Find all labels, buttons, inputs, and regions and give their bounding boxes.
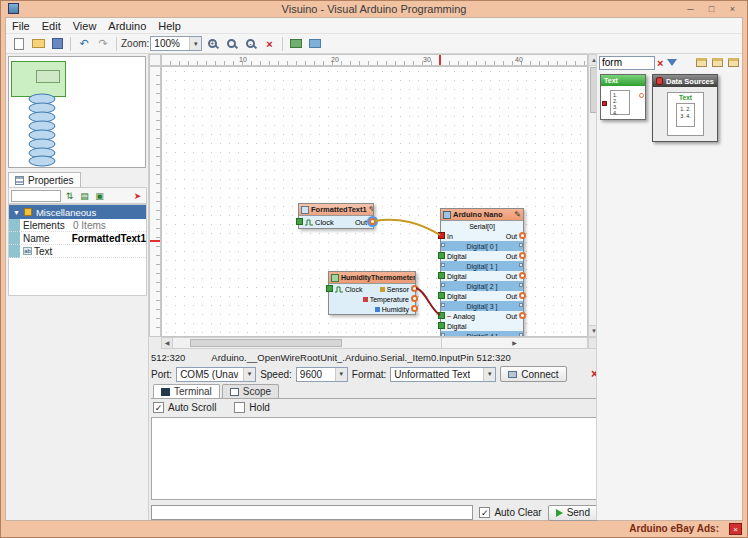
dropdown-arrow-icon[interactable]: ▾ xyxy=(335,368,347,381)
format-select[interactable]: Unformatted Text ▾ xyxy=(390,367,496,382)
dropdown-arrow-icon[interactable]: ▾ xyxy=(189,37,201,50)
connect-button[interactable]: Connect xyxy=(500,366,566,382)
clear-search-icon[interactable]: × xyxy=(657,57,663,69)
digital-in-pin[interactable] xyxy=(438,292,445,299)
save-project-button[interactable] xyxy=(48,35,66,52)
auto-scroll-option[interactable]: ✓ Auto Scroll xyxy=(153,402,216,413)
terminal-output[interactable] xyxy=(151,417,598,500)
digital-out-pin[interactable] xyxy=(519,252,526,259)
open-project-button[interactable] xyxy=(29,35,47,52)
arduino-channel-row[interactable]: Digital[ 1 ] xyxy=(441,261,523,271)
sensor-out-pin[interactable] xyxy=(411,285,418,292)
tab-terminal[interactable]: Terminal xyxy=(153,384,220,398)
design-canvas[interactable]: FormattedText1 ✎ Clock Out xyxy=(161,66,588,337)
design-navigator[interactable] xyxy=(8,56,146,168)
digital-out-pin[interactable] xyxy=(519,292,526,299)
clock-input-pin[interactable] xyxy=(296,218,303,225)
component-search-input[interactable] xyxy=(599,56,655,70)
view-category-button[interactable] xyxy=(694,56,708,69)
temperature-out-pin[interactable] xyxy=(411,295,418,302)
zoom-reset-button[interactable] xyxy=(222,35,240,52)
scroll-left-button[interactable]: ◀ xyxy=(162,338,173,348)
new-project-button[interactable] xyxy=(10,35,28,52)
menu-view[interactable]: View xyxy=(67,20,103,32)
dropdown-arrow-icon[interactable]: ▾ xyxy=(483,368,495,381)
auto-clear-checkbox[interactable]: ✓ xyxy=(479,507,490,518)
serial-out-pin[interactable] xyxy=(519,232,526,239)
delete-button[interactable]: × xyxy=(260,35,278,52)
arduino-channel-row[interactable]: Digital[ 3 ] xyxy=(441,301,523,311)
property-row-text[interactable]: ab Text xyxy=(9,245,146,258)
category-header[interactable]: Data Sources xyxy=(653,75,717,87)
arduino-channel-row[interactable]: Digital[ 2 ] xyxy=(441,281,523,291)
scroll-right-button[interactable]: ▶ xyxy=(441,338,587,348)
close-button[interactable]: × xyxy=(723,2,742,15)
send-button[interactable]: Send xyxy=(548,505,598,521)
maximize-button[interactable]: □ xyxy=(702,2,721,15)
menu-edit[interactable]: Edit xyxy=(36,20,67,32)
arduino-channel-row[interactable]: Digital[ 0 ] xyxy=(441,241,523,251)
digital-out-pin[interactable] xyxy=(519,272,526,279)
clock-input-pin[interactable] xyxy=(326,285,333,292)
hold-checkbox[interactable] xyxy=(234,402,245,413)
expand-button[interactable]: ▣ xyxy=(93,189,106,202)
minimize-button[interactable]: ─ xyxy=(681,2,700,15)
horizontal-scroll-thumb[interactable] xyxy=(190,339,342,347)
edit-pencil-icon[interactable]: ✎ xyxy=(514,210,521,219)
upload-button[interactable] xyxy=(306,35,324,52)
edit-pencil-icon[interactable]: ✎ xyxy=(369,205,373,214)
auto-clear-option[interactable]: ✓ Auto Clear xyxy=(479,507,541,518)
view-tabs-button[interactable] xyxy=(726,56,740,69)
properties-search-input[interactable] xyxy=(11,190,61,202)
sort-button[interactable]: ⇅ xyxy=(63,189,76,202)
menu-help[interactable]: Help xyxy=(152,20,187,32)
property-category-row[interactable]: ▼ Miscellaneous xyxy=(9,205,146,219)
node-header[interactable]: Arduino Nano ✎ xyxy=(441,209,523,221)
undo-button[interactable]: ↶ xyxy=(75,35,93,52)
serial-in-pin[interactable] xyxy=(438,232,445,239)
zoom-select[interactable]: 100% ▾ xyxy=(150,36,202,51)
auto-scroll-checkbox[interactable]: ✓ xyxy=(153,402,164,413)
palette-item-text[interactable]: Text 1. 2. 3. 4. xyxy=(667,92,704,136)
palette-component-header[interactable]: Text xyxy=(601,75,645,86)
humidity-out-pin[interactable] xyxy=(411,305,418,312)
palette-component-formattedtext[interactable]: Text 1. 2. 3. 4. xyxy=(600,74,646,120)
digital-in-pin[interactable] xyxy=(438,252,445,259)
tab-scope[interactable]: Scope xyxy=(222,384,279,398)
out-pin[interactable] xyxy=(369,218,376,225)
tab-properties[interactable]: Properties xyxy=(8,172,81,187)
tree-collapse-icon[interactable]: ▼ xyxy=(13,209,20,216)
node-humiditythermometer1[interactable]: HumidityThermometer1 Clock Sensor xyxy=(328,271,416,315)
node-header[interactable]: HumidityThermometer1 xyxy=(329,272,415,284)
redo-button[interactable]: ↷ xyxy=(94,35,112,52)
wire-formattedtext-out-to-arduino-in[interactable] xyxy=(374,220,440,235)
hold-option[interactable]: Hold xyxy=(234,402,270,413)
analog-out-pin[interactable] xyxy=(519,312,526,319)
dropdown-arrow-icon[interactable]: ▾ xyxy=(243,368,255,381)
horizontal-scrollbar[interactable]: ◀ ▶ xyxy=(161,337,588,349)
analog-in-pin[interactable] xyxy=(438,312,445,319)
digital-in-pin[interactable] xyxy=(438,322,445,329)
group-button[interactable]: ▤ xyxy=(78,189,91,202)
menu-file[interactable]: File xyxy=(6,20,36,32)
port-select[interactable]: COM5 (Unav ▾ xyxy=(176,367,256,382)
property-row-name[interactable]: Name FormattedText1 xyxy=(9,232,146,245)
close-ads-button[interactable]: × xyxy=(729,523,742,535)
zoom-in-button[interactable]: + xyxy=(203,35,221,52)
menu-arduino[interactable]: Arduino xyxy=(102,20,152,32)
digital-in-pin[interactable] xyxy=(438,272,445,279)
node-arduino-nano[interactable]: Arduino Nano ✎ Serial[0] In Out xyxy=(440,208,524,337)
pin-panel-button[interactable]: ➤ xyxy=(131,189,144,202)
property-row-elements[interactable]: Elements 0 Items xyxy=(9,219,146,232)
view-list-button[interactable] xyxy=(710,56,724,69)
palette-category-data-sources[interactable]: Data Sources Text 1. 2. 3. 4. xyxy=(652,74,718,142)
send-input[interactable] xyxy=(151,505,473,520)
node-formattedtext1[interactable]: FormattedText1 ✎ Clock Out xyxy=(298,203,374,229)
zoom-out-button[interactable]: - xyxy=(241,35,259,52)
speed-select[interactable]: 9600 ▾ xyxy=(296,367,348,382)
filter-button[interactable] xyxy=(665,56,679,69)
wire-sensor-to-arduino-analog[interactable] xyxy=(416,288,440,315)
select-board-button[interactable] xyxy=(287,35,305,52)
palette-component-body[interactable]: 1. 2. 3. 4. xyxy=(601,86,645,119)
node-header[interactable]: FormattedText1 ✎ xyxy=(299,204,373,216)
